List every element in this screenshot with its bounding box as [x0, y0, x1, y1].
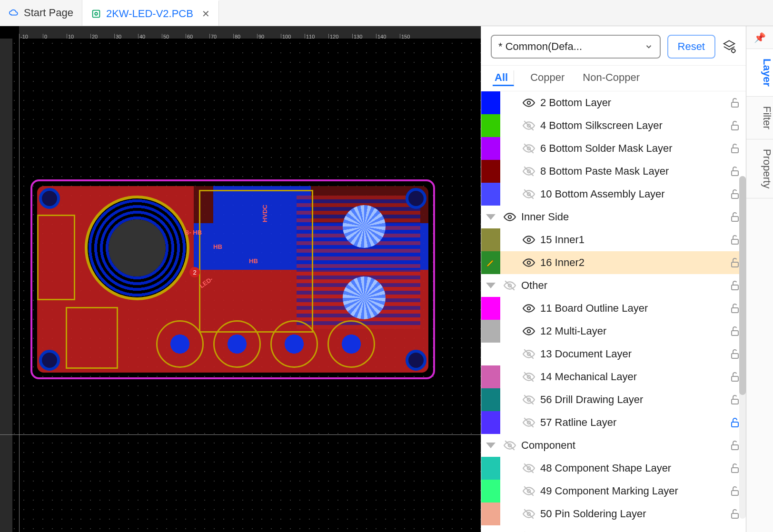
reset-button[interactable]: Reset	[667, 35, 715, 59]
pcb-canvas[interactable]: -100102030405060708090100110120130140150	[0, 26, 481, 532]
ruler-tick: 140	[376, 34, 400, 39]
close-icon[interactable]: ✕	[202, 8, 210, 20]
eye-hidden-icon[interactable]	[519, 416, 538, 429]
ruler-tick: 60	[186, 34, 209, 39]
layer-row[interactable]: 11 Board Outline Layer	[481, 297, 746, 320]
color-swatch[interactable]	[481, 525, 500, 532]
eye-hidden-icon[interactable]	[519, 485, 538, 497]
layer-row[interactable]: 10 Bottom Assembly Layer	[481, 183, 746, 206]
eye-hidden-icon[interactable]	[500, 439, 519, 452]
eye-hidden-icon[interactable]	[519, 462, 538, 474]
svg-point-17	[508, 216, 512, 219]
layer-group-row[interactable]: Inner Side	[481, 206, 746, 228]
layer-row[interactable]: 2 Bottom Layer	[481, 91, 746, 114]
layer-list[interactable]: 2 Bottom Layer4 Bottom Silkscreen Layer6…	[481, 91, 746, 532]
color-swatch[interactable]	[481, 411, 500, 434]
color-swatch[interactable]	[481, 297, 500, 320]
layer-row[interactable]: 57 Ratline Layer	[481, 411, 746, 434]
svg-rect-0	[93, 10, 100, 17]
eye-hidden-icon[interactable]	[519, 371, 538, 383]
lock-open-icon[interactable]	[724, 120, 746, 131]
eye-visible-icon[interactable]	[519, 325, 538, 337]
layer-row[interactable]: 15 Inner1	[481, 228, 746, 251]
crosshair-vertical	[19, 39, 20, 532]
color-swatch[interactable]	[481, 320, 500, 343]
mounting-hole	[39, 188, 60, 209]
layer-row[interactable]: 49 Component Marking Layer	[481, 480, 746, 502]
side-tab-layer[interactable]: Layer	[746, 49, 773, 97]
filter-tab-all[interactable]: All	[493, 70, 514, 86]
color-swatch[interactable]	[481, 480, 500, 502]
lock-open-icon[interactable]	[724, 97, 746, 108]
ruler-vertical	[0, 39, 12, 532]
layer-row[interactable]: 48 Component Shape Layer	[481, 457, 746, 480]
layer-row[interactable]: 8 Bottom Paste Mask Layer	[481, 160, 746, 183]
layer-row[interactable]: 13 Document Layer	[481, 343, 746, 365]
color-swatch[interactable]	[481, 343, 500, 365]
color-swatch[interactable]	[481, 91, 500, 114]
layer-row[interactable]: 50 Pin Soldering Layer	[481, 502, 746, 525]
eye-visible-icon[interactable]	[519, 302, 538, 315]
scrollbar[interactable]	[739, 176, 746, 519]
ruler-tick: 30	[114, 34, 138, 39]
layer-name: 15 Inner1	[538, 234, 724, 246]
side-tab-filter[interactable]: Filter	[746, 97, 773, 139]
tab-label: 2KW-LED-V2.PCB	[106, 8, 193, 20]
eye-visible-icon[interactable]	[519, 256, 538, 269]
expand-triangle-icon[interactable]	[481, 214, 500, 220]
layer-group-row[interactable]: Component	[481, 434, 746, 457]
color-swatch[interactable]	[481, 388, 500, 411]
eye-hidden-icon[interactable]	[519, 188, 538, 200]
color-swatch[interactable]	[481, 114, 500, 137]
layer-row[interactable]: 6 Bottom Solder Mask Layer	[481, 137, 746, 160]
color-swatch[interactable]	[481, 160, 500, 183]
crosshair-horizontal	[0, 434, 481, 435]
eye-visible-icon[interactable]	[500, 211, 519, 223]
filter-tab-copper[interactable]: Copper	[528, 70, 566, 86]
eye-visible-icon[interactable]	[519, 97, 538, 109]
filter-tab-noncopper[interactable]: Non-Copper	[581, 70, 642, 86]
eye-hidden-icon[interactable]	[519, 165, 538, 177]
layer-settings-icon[interactable]	[722, 39, 736, 54]
error-marker[interactable]: 2	[189, 267, 200, 277]
svg-point-21	[527, 261, 531, 265]
eye-hidden-icon[interactable]	[519, 348, 538, 360]
eye-hidden-icon[interactable]	[519, 508, 538, 520]
layer-preset-dropdown[interactable]: * Common(Defa...	[491, 35, 661, 59]
cloud-icon	[9, 8, 19, 18]
expand-triangle-icon[interactable]	[481, 443, 500, 448]
layer-row[interactable]: 16 Inner2	[481, 251, 746, 274]
color-swatch[interactable]	[481, 365, 500, 388]
layer-row[interactable]: 51 Pin Floating Layer	[481, 525, 746, 532]
expand-triangle-icon[interactable]	[481, 283, 500, 288]
layer-row[interactable]: 12 Multi-Layer	[481, 320, 746, 343]
eye-hidden-icon[interactable]	[519, 119, 538, 132]
layer-row[interactable]: 56 Drill Drawing Layer	[481, 388, 746, 411]
color-swatch[interactable]	[481, 457, 500, 480]
hatched-pad	[343, 276, 386, 319]
color-swatch[interactable]	[481, 137, 500, 160]
eye-hidden-icon[interactable]	[500, 279, 519, 292]
pin-icon[interactable]: 📌	[746, 26, 773, 49]
eye-hidden-icon[interactable]	[519, 394, 538, 406]
board-outline[interactable]: B- HB HB HB LED- HVDC 2	[30, 179, 435, 379]
svg-point-2	[732, 49, 735, 53]
lock-open-icon[interactable]	[724, 143, 746, 154]
color-swatch[interactable]	[481, 502, 500, 525]
tab-file[interactable]: 2KW-LED-V2.PCB ✕	[82, 0, 219, 26]
layer-row[interactable]: 4 Bottom Silkscreen Layer	[481, 114, 746, 137]
color-swatch[interactable]	[481, 228, 500, 251]
layer-row[interactable]: 14 Mechanical Layer	[481, 365, 746, 388]
layer-name: 56 Drill Drawing Layer	[538, 394, 724, 406]
eye-hidden-icon[interactable]	[519, 142, 538, 155]
lock-open-icon[interactable]	[724, 166, 746, 177]
svg-point-28	[527, 330, 531, 333]
layer-group-row[interactable]: Other	[481, 274, 746, 297]
layer-name: 11 Board Outline Layer	[538, 302, 724, 315]
tab-start-page[interactable]: Start Page	[0, 0, 82, 26]
eye-visible-icon[interactable]	[519, 234, 538, 246]
color-swatch[interactable]	[481, 183, 500, 206]
edit-pencil-icon[interactable]	[481, 251, 500, 274]
side-tab-property[interactable]: Property	[746, 139, 773, 198]
scrollbar-thumb[interactable]	[739, 176, 746, 395]
